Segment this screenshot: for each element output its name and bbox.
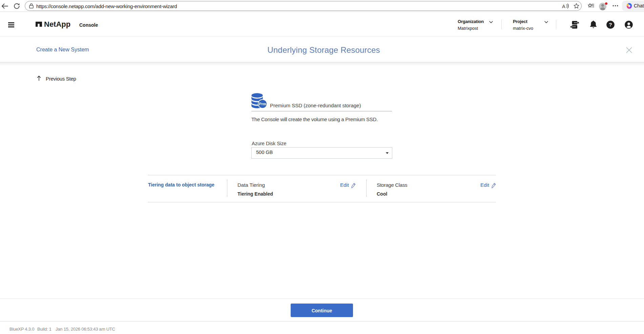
svg-text:?: ? [609, 22, 612, 27]
svg-text:A: A [562, 4, 565, 9]
svg-text:Prm: Prm [259, 102, 266, 106]
